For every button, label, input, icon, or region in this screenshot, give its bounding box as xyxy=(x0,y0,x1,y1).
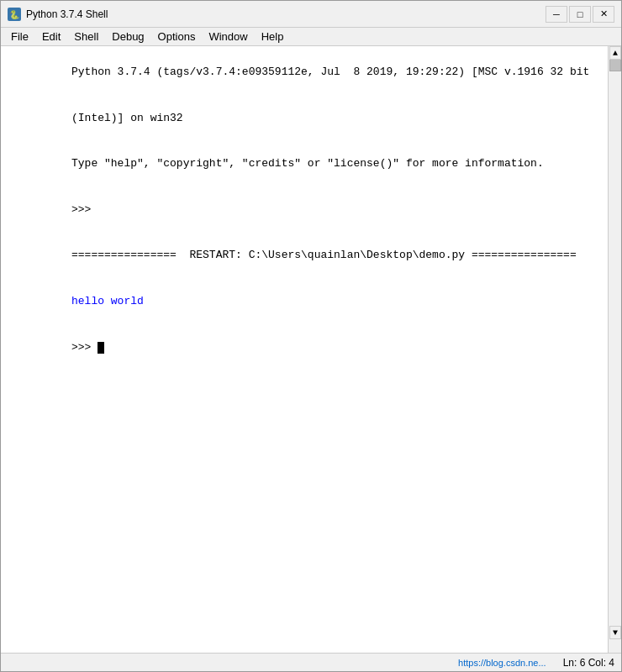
window-controls: ─ □ ✕ xyxy=(546,6,614,23)
menu-bar: File Edit Shell Debug Options Window Hel… xyxy=(1,28,621,46)
window: 🐍 Python 3.7.4 Shell ─ □ ✕ File Edit She… xyxy=(0,0,622,672)
close-button[interactable]: ✕ xyxy=(593,6,614,23)
status-position: Ln: 6 Col: 4 xyxy=(563,657,614,669)
status-bar: https://blog.csdn.ne... Ln: 6 Col: 4 xyxy=(1,653,621,671)
window-title: Python 3.7.4 Shell xyxy=(26,8,546,20)
maximize-button[interactable]: □ xyxy=(569,6,591,23)
status-url: https://blog.csdn.ne... xyxy=(458,658,546,668)
scroll-up-btn[interactable]: ▲ xyxy=(609,46,621,60)
svg-text:🐍: 🐍 xyxy=(9,9,20,20)
python-help-line: Type "help", "copyright", "credits" or "… xyxy=(71,157,544,170)
title-bar: 🐍 Python 3.7.4 Shell ─ □ ✕ xyxy=(1,1,621,28)
menu-debug[interactable]: Debug xyxy=(105,29,150,45)
app-icon: 🐍 xyxy=(8,8,21,21)
shell-content[interactable]: Python 3.7.4 (tags/v3.7.4:e09359112e, Ju… xyxy=(1,46,608,374)
scroll-down-btn[interactable]: ▼ xyxy=(609,626,621,639)
shell-output: Python 3.7.4 (tags/v3.7.4:e09359112e, Ju… xyxy=(6,50,603,370)
scrollbar[interactable]: ▼ ▲ xyxy=(608,46,621,653)
prompt-empty: >>> xyxy=(71,203,98,216)
main-area: Python 3.7.4 (tags/v3.7.4:e09359112e, Ju… xyxy=(1,46,621,653)
content-area: Python 3.7.4 (tags/v3.7.4:e09359112e, Ju… xyxy=(1,46,608,653)
menu-window[interactable]: Window xyxy=(202,29,254,45)
current-prompt: >>> xyxy=(71,341,98,354)
menu-help[interactable]: Help xyxy=(255,29,291,45)
menu-edit[interactable]: Edit xyxy=(35,29,67,45)
python-version-line1: Python 3.7.4 (tags/v3.7.4:e09359112e, Ju… xyxy=(71,66,589,78)
menu-options[interactable]: Options xyxy=(151,29,203,45)
restart-line: ================ RESTART: C:\Users\quain… xyxy=(71,249,577,261)
cursor xyxy=(98,342,104,354)
hello-world-output: hello world xyxy=(71,295,144,307)
minimize-button[interactable]: ─ xyxy=(546,6,567,23)
menu-file[interactable]: File xyxy=(4,29,35,45)
python-version-line2: (Intel)] on win32 xyxy=(71,112,183,124)
menu-shell[interactable]: Shell xyxy=(67,29,105,45)
